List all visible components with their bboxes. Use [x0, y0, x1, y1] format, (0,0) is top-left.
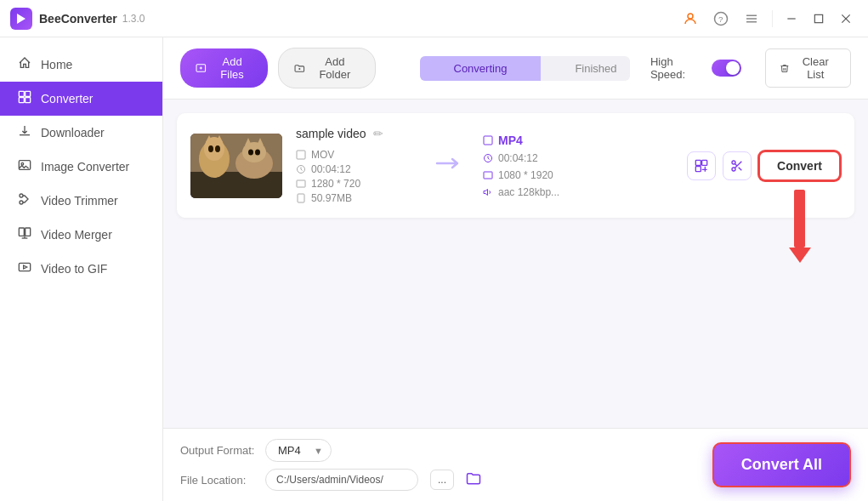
- svg-rect-11: [19, 91, 24, 96]
- toolbar: Add Files Add Folder Converting Finished…: [163, 37, 868, 100]
- user-icon[interactable]: [677, 5, 704, 32]
- output-resolution: 1080 * 1920: [498, 169, 553, 181]
- cut-icon-button[interactable]: [723, 151, 752, 180]
- sidebar-label-converter: Converter: [41, 92, 93, 105]
- app-name: BeeConverter: [39, 12, 117, 26]
- sidebar-item-video-merger[interactable]: Video Merger: [0, 218, 162, 252]
- high-speed-toggle[interactable]: [712, 60, 740, 77]
- arrow-head: [789, 248, 811, 263]
- output-info: MP4 00:04:12 1080 * 1920 aac 128kbp...: [483, 134, 610, 198]
- bottom-bar: Output Format: MP4 MOV AVI MKV ▼ File Lo…: [163, 428, 868, 501]
- svg-rect-13: [19, 98, 24, 103]
- svg-rect-20: [26, 228, 31, 236]
- thumbnail-image: [190, 134, 282, 198]
- svg-rect-12: [26, 91, 31, 96]
- file-location-row: File Location: ...: [180, 469, 481, 491]
- svg-point-17: [20, 194, 23, 197]
- toggle-thumb: [726, 61, 740, 75]
- file-source-meta: MOV 00:04:12 1280 * 720 50.97MB: [296, 149, 415, 204]
- file-thumbnail: [190, 134, 282, 198]
- source-resolution: 1280 * 720: [311, 178, 360, 190]
- file-location-input[interactable]: [265, 469, 418, 491]
- convert-button[interactable]: Convert: [758, 151, 841, 181]
- convert-arrow-icon: [435, 153, 462, 179]
- output-audio: aac 128kbp...: [498, 186, 559, 198]
- svg-rect-40: [297, 180, 305, 187]
- edit-icon[interactable]: ✏: [373, 127, 383, 140]
- clear-list-button[interactable]: Clear List: [765, 48, 851, 88]
- sidebar-item-downloader[interactable]: Downloader: [0, 116, 162, 150]
- svg-rect-47: [702, 160, 707, 165]
- file-location-label: File Location:: [180, 474, 257, 487]
- close-button[interactable]: [834, 7, 858, 31]
- source-format: MOV: [311, 149, 334, 161]
- settings-icon-button[interactable]: [687, 151, 716, 180]
- svg-point-1: [688, 14, 693, 19]
- sidebar: Home Converter Downloader Image Converte…: [0, 37, 163, 501]
- svg-rect-25: [190, 172, 282, 198]
- location-dots-button[interactable]: ...: [430, 470, 454, 490]
- output-duration-row: 00:04:12: [483, 152, 610, 164]
- output-format-select[interactable]: MP4 MOV AVI MKV: [265, 439, 332, 462]
- convert-button-container: Convert: [758, 151, 841, 181]
- tab-finished[interactable]: Finished: [541, 56, 630, 81]
- minimize-button[interactable]: [780, 7, 803, 31]
- video-trimmer-icon: [17, 192, 32, 209]
- svg-rect-8: [814, 14, 822, 22]
- output-duration: 00:04:12: [498, 152, 538, 164]
- titlebar-icons: ?: [677, 5, 858, 32]
- bottom-left: Output Format: MP4 MOV AVI MKV ▼ File Lo…: [180, 439, 481, 491]
- output-format-select-wrapper: MP4 MOV AVI MKV ▼: [265, 439, 332, 462]
- file-name-text: sample video: [296, 127, 366, 140]
- svg-rect-14: [26, 98, 31, 103]
- arrow-annotation: [789, 190, 811, 263]
- high-speed-label: High Speed:: [650, 55, 706, 81]
- arrow-shaft: [794, 190, 805, 248]
- svg-point-37: [255, 149, 260, 155]
- high-speed-row: High Speed:: [650, 55, 741, 81]
- svg-rect-48: [695, 166, 701, 171]
- menu-icon[interactable]: [738, 5, 765, 32]
- image-converter-icon: [17, 158, 32, 175]
- svg-rect-19: [19, 228, 24, 236]
- svg-rect-44: [484, 172, 492, 179]
- open-folder-button[interactable]: [466, 470, 481, 489]
- sidebar-label-video-merger: Video Merger: [41, 228, 112, 242]
- svg-rect-21: [19, 263, 30, 270]
- content-area: Add Files Add Folder Converting Finished…: [163, 37, 868, 501]
- convert-all-button[interactable]: Convert All: [712, 442, 851, 487]
- sidebar-item-video-to-gif[interactable]: Video to GIF: [0, 252, 162, 286]
- logo-icon: [14, 12, 28, 26]
- add-folder-button[interactable]: Add Folder: [278, 48, 375, 88]
- help-icon[interactable]: ?: [707, 5, 735, 32]
- add-files-button[interactable]: Add Files: [180, 48, 268, 88]
- output-format-label: Output Format:: [180, 444, 257, 457]
- sidebar-label-video-trimmer: Video Trimmer: [41, 194, 118, 208]
- output-format-row: MP4: [483, 134, 610, 147]
- svg-rect-46: [695, 160, 701, 165]
- svg-point-16: [21, 162, 24, 165]
- action-buttons: Convert: [687, 151, 841, 181]
- tab-converting[interactable]: Converting: [420, 56, 542, 81]
- svg-text:?: ?: [718, 14, 723, 23]
- svg-point-30: [208, 145, 213, 152]
- output-format-text: MP4: [498, 134, 523, 147]
- sidebar-label-home: Home: [41, 58, 72, 71]
- file-item: sample video ✏ MOV 00:04:12: [177, 113, 854, 218]
- output-resolution-row: 1080 * 1920: [483, 169, 610, 181]
- sidebar-item-converter[interactable]: Converter: [0, 82, 162, 116]
- main-layout: Home Converter Downloader Image Converte…: [0, 37, 868, 501]
- home-icon: [17, 56, 32, 73]
- svg-rect-38: [297, 151, 305, 159]
- source-duration: 00:04:12: [311, 163, 351, 175]
- tab-group: Converting Finished: [420, 56, 630, 81]
- source-size-row: 50.97MB: [296, 192, 415, 204]
- sidebar-item-image-converter[interactable]: Image Converter: [0, 150, 162, 184]
- app-logo: [10, 8, 32, 30]
- svg-point-50: [732, 168, 735, 171]
- sidebar-item-home[interactable]: Home: [0, 48, 162, 82]
- svg-marker-45: [484, 189, 488, 195]
- file-name-row: sample video ✏: [296, 127, 415, 140]
- sidebar-item-video-trimmer[interactable]: Video Trimmer: [0, 184, 162, 218]
- maximize-button[interactable]: [807, 7, 831, 31]
